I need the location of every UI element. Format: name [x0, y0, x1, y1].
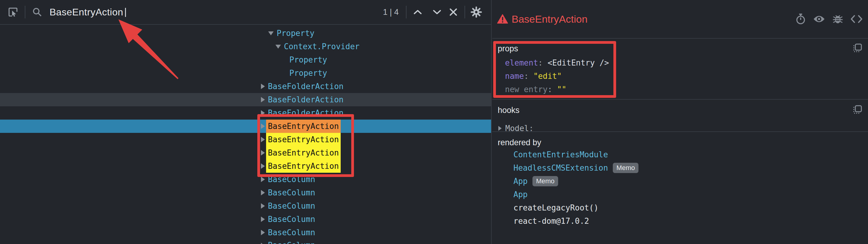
- owner-link[interactable]: App: [514, 190, 528, 199]
- close-icon: [450, 8, 457, 16]
- chevron-collapsed-icon[interactable]: [261, 163, 265, 169]
- previous-match-button[interactable]: [409, 4, 426, 20]
- chevron-collapsed-icon[interactable]: [261, 110, 265, 116]
- component-label: Property: [277, 29, 314, 38]
- tree-row[interactable]: Property: [0, 53, 491, 66]
- tree-row[interactable]: BaseColumn: [0, 199, 491, 213]
- owner-row[interactable]: AppMemo: [514, 175, 558, 188]
- tree-row[interactable]: BaseEntryAction: [0, 159, 491, 173]
- tree-row[interactable]: BaseColumn: [0, 173, 491, 186]
- prop-value: <EditEntry />: [548, 58, 609, 67]
- owner-row[interactable]: App: [514, 188, 528, 201]
- colon: :: [524, 71, 529, 81]
- tree-row[interactable]: BaseColumn: [0, 226, 491, 239]
- owner-row[interactable]: ContentEntriesModule: [514, 148, 608, 161]
- colon: :: [529, 124, 534, 133]
- component-label: BaseFolderAction: [268, 82, 343, 91]
- owner-root: createLegacyRoot(): [514, 203, 598, 212]
- toolbar-divider: [406, 6, 406, 19]
- owner-link[interactable]: App: [514, 177, 528, 186]
- chevron-collapsed-icon[interactable]: [261, 230, 265, 235]
- owner-link[interactable]: ContentEntriesModule: [514, 150, 608, 159]
- hook-name: Model: [505, 124, 529, 133]
- hooks-section: hooks Model:: [492, 100, 868, 132]
- tree-row[interactable]: BaseFolderAction: [0, 93, 491, 106]
- code-brackets-icon: [850, 15, 863, 23]
- chevron-collapsed-icon[interactable]: [261, 150, 265, 155]
- log-to-console-button[interactable]: [832, 14, 843, 24]
- stopwatch-icon: [796, 13, 806, 25]
- toolbar-divider: [465, 6, 465, 19]
- tree-row[interactable]: BaseFolderAction: [0, 106, 491, 120]
- prop-row-new-entry[interactable]: new entry: "": [505, 83, 566, 96]
- component-label: BaseColumn: [268, 239, 315, 244]
- rendered-by-label: rendered by: [498, 138, 541, 147]
- owner-row[interactable]: HeadlessCMSExtensionMemo: [514, 161, 639, 175]
- component-details-panel: BaseEntryAction: [492, 0, 868, 244]
- tree-row[interactable]: Context.Provider: [0, 40, 491, 53]
- owner-row: react-dom@17.0.2: [514, 214, 589, 228]
- rendered-by-section: rendered by ContentEntriesModule Headles…: [492, 132, 868, 244]
- search-value: BaseEntryAction: [50, 7, 123, 18]
- component-label: BaseColumn: [268, 215, 315, 224]
- inspect-element-button[interactable]: [8, 7, 18, 17]
- chevron-collapsed-icon[interactable]: [261, 177, 265, 182]
- details-header-actions: [796, 0, 863, 38]
- copy-icon[interactable]: [853, 43, 862, 53]
- inspect-element-icon: [8, 7, 18, 17]
- search-result-controls: 1 | 4: [383, 0, 485, 24]
- next-match-button[interactable]: [429, 4, 445, 20]
- search-match: BaseEntryAction: [266, 133, 341, 146]
- search-result-count: 1 | 4: [383, 7, 399, 17]
- search-input[interactable]: BaseEntryAction: [50, 7, 126, 18]
- chevron-collapsed-icon[interactable]: [261, 203, 265, 209]
- prop-value: "": [557, 85, 566, 94]
- view-source-button[interactable]: [850, 15, 863, 23]
- chevron-expanded-icon[interactable]: [268, 31, 274, 35]
- settings-button[interactable]: [468, 4, 485, 20]
- chevron-up-icon: [413, 9, 422, 15]
- prop-row[interactable]: name: "edit": [505, 69, 562, 83]
- tree-row[interactable]: BaseColumn: [0, 239, 491, 244]
- owner-link[interactable]: HeadlessCMSExtension: [514, 163, 608, 173]
- chevron-collapsed-icon[interactable]: [261, 97, 265, 102]
- components-tree-panel: BaseEntryAction 1 | 4: [0, 0, 492, 244]
- owner-row: createLegacyRoot(): [514, 201, 598, 214]
- chevron-collapsed-icon[interactable]: [498, 126, 502, 131]
- chevron-expanded-icon[interactable]: [275, 45, 281, 49]
- clear-search-button[interactable]: [445, 4, 462, 20]
- prop-name: name: [505, 71, 524, 81]
- tree-row[interactable]: BaseEntryAction: [0, 146, 491, 159]
- react-devtools-window: BaseEntryAction 1 | 4: [0, 0, 868, 244]
- component-label: Property: [289, 55, 327, 64]
- chevron-collapsed-icon[interactable]: [261, 243, 265, 244]
- inspect-dom-button[interactable]: [813, 14, 825, 24]
- search-match: BaseEntryAction: [266, 159, 341, 173]
- tree-row[interactable]: BaseColumn: [0, 213, 491, 226]
- colon: :: [538, 58, 543, 67]
- copy-icon[interactable]: [853, 105, 862, 114]
- props-section-label: props: [498, 44, 518, 54]
- warning-icon: [497, 14, 508, 24]
- component-label: Context.Provider: [284, 42, 360, 51]
- tree-row[interactable]: BaseFolderAction: [0, 80, 491, 93]
- chevron-collapsed-icon[interactable]: [261, 137, 265, 142]
- component-label: BaseColumn: [268, 228, 315, 237]
- suspend-toggle-button[interactable]: [796, 13, 806, 25]
- search-match: BaseEntryAction: [266, 146, 341, 159]
- hooks-section-label: hooks: [498, 106, 520, 115]
- prop-row[interactable]: element: <EditEntry />: [505, 56, 609, 69]
- tree-row[interactable]: BaseEntryAction: [0, 133, 491, 146]
- chevron-collapsed-icon[interactable]: [261, 190, 265, 195]
- gear-icon: [470, 6, 482, 18]
- chevron-collapsed-icon[interactable]: [261, 123, 265, 129]
- tree-row[interactable]: Property: [0, 66, 491, 80]
- chevron-collapsed-icon[interactable]: [261, 84, 265, 89]
- text-caret: [125, 8, 126, 17]
- toolbar-divider: [25, 6, 25, 19]
- tree-row-selected[interactable]: BaseEntryAction: [0, 120, 491, 133]
- component-label: BaseFolderAction: [268, 109, 343, 118]
- tree-row[interactable]: Property: [0, 27, 491, 40]
- chevron-collapsed-icon[interactable]: [261, 216, 265, 222]
- tree-row[interactable]: BaseColumn: [0, 186, 491, 199]
